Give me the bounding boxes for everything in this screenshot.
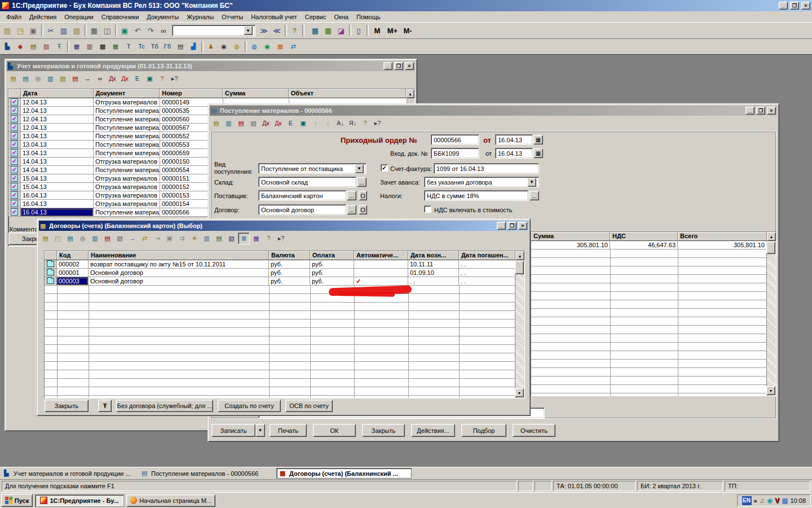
column-header-date[interactable]: Дата	[21, 89, 94, 98]
enter-based-on-icon[interactable]: Е	[285, 117, 297, 129]
add-copy-row-icon[interactable]: ▥	[89, 233, 101, 244]
memory-recall-button[interactable]: М	[370, 24, 385, 37]
edit-row-icon[interactable]: ▤	[64, 233, 76, 244]
column-header-number[interactable]: Номер	[160, 89, 223, 98]
new-group-icon[interactable]: ◰	[52, 233, 64, 244]
separator[interactable]	[348, 24, 352, 37]
maximize-button[interactable]: ❐	[394, 62, 403, 70]
menu-item[interactable]: Справочники	[98, 12, 143, 21]
separator[interactable]	[284, 24, 288, 37]
date-settle-cell[interactable]: . .	[459, 277, 515, 286]
menu-item[interactable]: Окна	[330, 12, 352, 21]
help-icon[interactable]: ?	[359, 117, 371, 129]
date-cell[interactable]: 15.04.13	[21, 174, 94, 183]
dogovor-open-button[interactable]: О	[359, 205, 367, 214]
view-row-icon[interactable]: ◎	[32, 73, 44, 85]
dogovor-ellipsis-button[interactable]: ...	[347, 205, 356, 214]
delete-posting-icon[interactable]: Дк	[272, 117, 284, 129]
column-width-icon[interactable]: ↔	[82, 73, 94, 85]
tray-chevron-icon[interactable]: «	[754, 497, 757, 504]
clear-button[interactable]: Очистить	[513, 424, 555, 437]
column-header-currency[interactable]: Валюта	[269, 251, 310, 260]
minimize-button[interactable]: _	[745, 107, 754, 115]
delete-row-icon[interactable]: ▤	[235, 117, 247, 129]
new-document-icon[interactable]: ▤	[1, 24, 14, 37]
document-cell[interactable]: Поступление материалов	[94, 132, 160, 141]
scroll-up-button[interactable]: ▲	[406, 89, 414, 98]
table-row[interactable]: 000002 возврат поставщику по акту №15 от…	[45, 260, 524, 269]
open-subordinate-icon[interactable]: ▣	[297, 117, 309, 129]
combo-dropdown-button[interactable]: ▼	[527, 178, 536, 187]
total-cell[interactable]: 305,801.10	[678, 241, 767, 249]
menu-item[interactable]: Помощь	[352, 12, 385, 21]
date-cell[interactable]: 12.04.13	[21, 98, 94, 107]
move-to-group-icon[interactable]: →	[126, 233, 138, 244]
move-up-icon[interactable]: ↑	[310, 117, 321, 129]
nds-include-checkbox[interactable]	[424, 205, 431, 213]
date-cell[interactable]: 15.04.13	[21, 183, 94, 191]
code-cell[interactable]: 000001	[57, 269, 89, 277]
close-button[interactable]: ×	[801, 2, 810, 10]
copy-row-icon[interactable]: ▧	[114, 233, 126, 244]
nalogi-field[interactable]: НДС в сумме 18%	[424, 190, 528, 201]
language-indicator[interactable]: EN	[742, 496, 752, 505]
column-header-date-origin[interactable]: Дата возн...	[408, 251, 459, 260]
move-copy-icon[interactable]: ▧	[57, 73, 69, 85]
help-icon[interactable]: ?	[263, 233, 275, 244]
name-cell[interactable]: Основной договор	[89, 269, 269, 277]
sklad-ellipsis-button[interactable]: ...	[357, 177, 367, 187]
document-cell[interactable]: Поступление материалов	[94, 141, 160, 149]
nalogi-ellipsis-button[interactable]: ...	[529, 191, 539, 200]
undo-icon[interactable]: ↶	[131, 24, 144, 37]
totals-management-icon[interactable]: Ŧ	[53, 41, 65, 53]
accounting-results-icon[interactable]: ▙	[1, 41, 14, 53]
sort-descending-icon[interactable]: Я↓	[347, 117, 359, 129]
date-cell[interactable]: 12.04.13	[21, 124, 94, 132]
code-cell[interactable]: 000003	[57, 277, 89, 286]
payment-cell[interactable]: руб.	[310, 277, 354, 286]
document-cell[interactable]: Поступление материалов	[94, 166, 160, 174]
document-cell[interactable]: Отгрузка материалов	[94, 200, 160, 208]
minimize-button[interactable]: _	[497, 222, 506, 230]
help-icon[interactable]: ?	[156, 73, 168, 85]
menu-item[interactable]: Действия	[25, 12, 60, 21]
column-header-code[interactable]: Код	[57, 251, 89, 260]
save-dropdown-button[interactable]: ▼	[255, 424, 265, 437]
description-book-icon[interactable]: ▯	[352, 24, 365, 37]
maximize-button[interactable]: ❐	[508, 222, 517, 230]
subconto-card-icon[interactable]: Тб	[148, 41, 161, 53]
mdi-window-tab[interactable]: ▙ Учет материалов и готовой продукции ..…	[1, 468, 136, 479]
app-tray-icon[interactable]: ◉	[767, 497, 773, 505]
taskbar-task-1c[interactable]: 1С:Предприятие - Бу...	[35, 494, 124, 507]
calculator-icon[interactable]: ▦	[309, 24, 321, 37]
find-icon[interactable]: ◎	[77, 233, 89, 244]
date-settle-cell[interactable]: . .	[459, 260, 515, 269]
delete-row-icon[interactable]: ▤	[69, 73, 81, 85]
column-header-name[interactable]: Наименование	[89, 251, 269, 260]
calendar-picker-button[interactable]: ▦	[533, 135, 543, 144]
vertical-scrollbar[interactable]	[515, 260, 524, 398]
turnover-balance-sheet-icon[interactable]: ▥	[83, 41, 96, 53]
copy-row-icon[interactable]: ▥	[45, 73, 56, 85]
copy-icon[interactable]: ▧	[248, 117, 259, 129]
memory-plus-button[interactable]: М+	[385, 24, 400, 37]
currency-cell[interactable]: руб.	[269, 260, 310, 269]
description-icon[interactable]: ▧	[226, 233, 237, 244]
zachet-avansa-combobox[interactable]: без указания договора ▼	[424, 177, 539, 187]
combo-dropdown-button[interactable]: ▼	[355, 164, 364, 173]
document-cell[interactable]: Поступление материалов	[94, 124, 160, 132]
scrollbar-thumb[interactable]	[515, 261, 524, 274]
memory-minus-button[interactable]: М-	[400, 24, 415, 37]
transfer-icon[interactable]: ⇉	[176, 233, 188, 244]
no-contract-button[interactable]: Без договора (служебный; для ...	[116, 400, 213, 412]
find-previous-icon[interactable]: ≪	[271, 24, 283, 37]
paste-icon[interactable]: ▧	[70, 24, 83, 37]
create-by-invoice-button[interactable]: Создать по счету	[218, 400, 281, 412]
redo-icon[interactable]: ↷	[144, 24, 157, 37]
date-cell[interactable]: 12.04.13	[21, 115, 94, 124]
column-header-document[interactable]: Документ	[94, 89, 160, 98]
automatic-cell[interactable]	[354, 260, 408, 269]
select-element-button[interactable]: Ŧ	[98, 400, 112, 412]
sheet-icon[interactable]: ▤	[213, 233, 225, 244]
help-cd-icon[interactable]: ◍	[231, 41, 243, 53]
